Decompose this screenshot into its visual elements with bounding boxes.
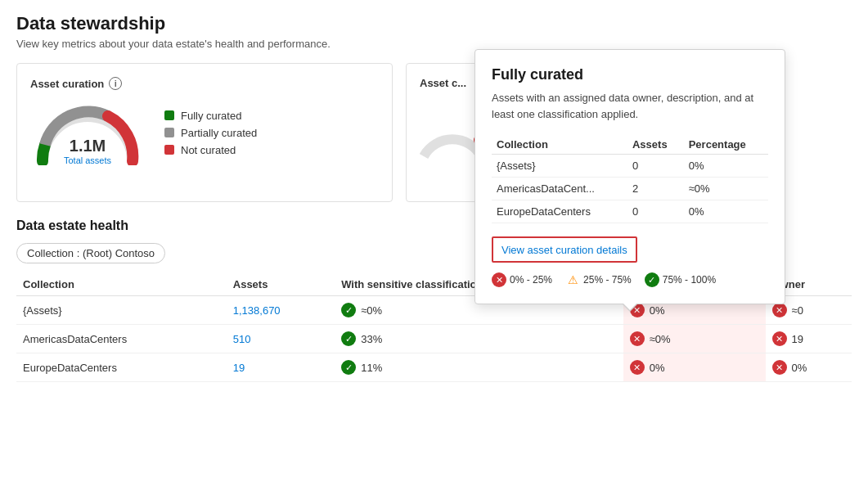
view-link-wrapper[interactable]: View asset curation details [492,236,637,263]
row1-assets[interactable]: 1,138,670 [227,296,335,325]
col-collection: Collection [16,273,227,296]
legend-partially-curated-label: Partially curated [181,127,257,139]
legend-green-icon: ✓ [645,272,659,287]
legend-not-curated: Not curated [164,144,257,156]
tt-row3-percentage: 0% [684,200,768,223]
tt-row: AmericasDataCent... 2 ≈0% [492,178,768,200]
tooltip-arrow-inner [623,303,637,310]
col-assets: Assets [227,273,335,296]
row1-sensitive-value: ≈0% [361,304,382,317]
tt-col-assets: Assets [627,135,684,155]
row2-owner: ✕ 19 [766,325,852,353]
table-row: AmericasDataCenters 510 ✓ 33% ✕ ≈0% [16,325,852,353]
legend-red-label: 0% - 25% [510,274,552,286]
gauge-label: Total assets [64,155,111,165]
legend-fully-curated-label: Fully curated [181,110,241,122]
tt-row: EuropeDataCenters 0 0% [492,200,768,223]
tt-col-collection: Collection [492,135,627,155]
row3-curated: ✕ 0% [623,353,766,382]
row3-sensitive-icon: ✓ [341,360,356,375]
row2-collection: AmericasDataCenters [16,325,227,353]
row2-curated-value: ≈0% [650,333,671,345]
asset-curation-title: Asset curation [30,78,104,90]
row2-curated: ✕ ≈0% [623,325,766,353]
row1-owner-icon: ✕ [772,303,787,317]
row2-curated-icon: ✕ [630,331,645,346]
legend-warn-icon: ⚠ [565,272,580,287]
info-icon[interactable]: i [109,77,122,90]
tt-row1-percentage: 0% [684,155,768,178]
collection-filter-label: Collection : (Root) Contoso [27,247,155,259]
tooltip-description: Assets with an assigned data owner, desc… [492,90,768,122]
asset-curation-card: Asset curation i [16,63,393,202]
row3-curated-icon: ✕ [630,360,645,375]
tooltip-title: Fully curated [492,66,768,83]
tooltip-table: Collection Assets Percentage {Assets} 0 … [492,135,768,223]
row1-curated-value: 0% [650,304,665,317]
row2-owner-value: 19 [792,333,803,345]
collection-filter[interactable]: Collection : (Root) Contoso [16,243,165,263]
legend-red-icon: ✕ [492,272,506,287]
row3-collection: EuropeDataCenters [16,353,227,382]
row3-owner-value: 0% [792,362,807,374]
row1-collection: {Assets} [16,296,227,325]
row2-sensitive: ✓ 33% [335,325,623,353]
legend-red: ✕ 0% - 25% [492,272,552,287]
tt-row3-collection: EuropeDataCenters [492,200,627,223]
legend-warn: ⚠ 25% - 75% [565,272,632,287]
row1-owner-value: ≈0 [792,304,803,317]
row3-owner-icon: ✕ [772,360,787,375]
tooltip-legend: ✕ 0% - 25% ⚠ 25% - 75% ✓ 75% - 100% [492,272,768,287]
asset-cert-title: Asset c... [420,77,466,89]
row3-sensitive: ✓ 11% [335,353,623,382]
view-asset-curation-link[interactable]: View asset curation details [501,244,627,256]
row3-owner: ✕ 0% [766,353,852,382]
tt-row2-percentage: ≈0% [684,178,768,200]
row2-owner-icon: ✕ [772,331,787,346]
not-curated-dot [164,145,174,155]
gauge-container: 1.1M Total assets [30,100,145,165]
row3-assets[interactable]: 19 [227,353,335,382]
gauge-value: 1.1M [64,137,111,155]
legend-warn-label: 25% - 75% [583,274,632,286]
row2-sensitive-value: 33% [361,333,382,345]
tt-row3-assets: 0 [627,200,684,223]
page-title: Data stewardship [16,13,852,34]
tt-row1-assets: 0 [627,155,684,178]
row3-sensitive-value: 11% [361,362,382,374]
row1-sensitive-icon: ✓ [341,303,356,317]
tt-row2-assets: 2 [627,178,684,200]
legend-not-curated-label: Not curated [181,144,236,156]
tt-row: {Assets} 0 0% [492,155,768,178]
table-row: EuropeDataCenters 19 ✓ 11% ✕ 0% [16,353,852,382]
legend-green-label: 75% - 100% [663,274,716,286]
row2-assets[interactable]: 510 [227,325,335,353]
tt-row1-collection: {Assets} [492,155,627,178]
fully-curated-dot [164,110,174,120]
tt-col-percentage: Percentage [684,135,768,155]
tt-row2-collection: AmericasDataCent... [492,178,627,200]
gauge-legend: Fully curated Partially curated Not cura… [164,110,257,156]
row3-curated-value: 0% [650,362,665,374]
legend-fully-curated: Fully curated [164,110,257,122]
tooltip-popup: Fully curated Assets with an assigned da… [474,49,785,304]
partially-curated-dot [164,128,174,137]
legend-partially-curated: Partially curated [164,127,257,139]
row2-sensitive-icon: ✓ [341,331,356,346]
page-subtitle: View key metrics about your data estate'… [16,38,852,50]
legend-green: ✓ 75% - 100% [645,272,716,287]
